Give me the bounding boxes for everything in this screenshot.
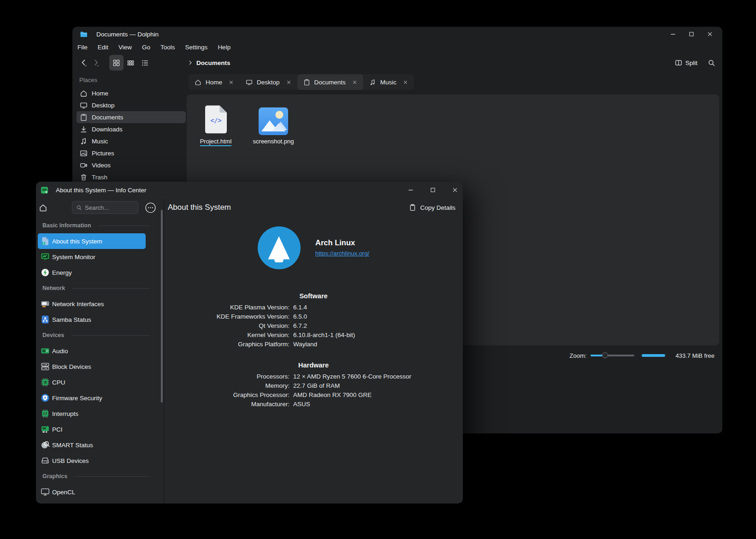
menu-item[interactable]: Settings xyxy=(180,44,213,51)
infocenter-body: Basic Information About this System Sy xyxy=(36,198,463,503)
menu-item[interactable]: File xyxy=(72,44,93,51)
folder-tab[interactable]: Home xyxy=(189,74,240,90)
opencl-icon xyxy=(41,487,50,497)
breadcrumb[interactable]: Documents xyxy=(187,59,230,66)
sidebar-item-label: PCI xyxy=(52,426,63,433)
overflow-menu-button[interactable] xyxy=(145,202,156,213)
sidebar-item-label: Samba Status xyxy=(52,316,91,323)
tab-label: Desktop xyxy=(257,79,280,86)
sidebar-item[interactable]: Interrupts xyxy=(38,406,146,421)
menu-item[interactable]: Go xyxy=(137,44,155,51)
copy-details-button[interactable]: Copy Details xyxy=(409,204,455,211)
info-row: Graphics Processor: AMD Radeon RX 7900 G… xyxy=(164,391,463,400)
close-small-icon[interactable] xyxy=(403,80,408,85)
infocenter-sidebar: Basic Information About this System Sy xyxy=(36,217,164,503)
distro-url-link[interactable]: https://archlinux.org/ xyxy=(315,250,369,257)
menu-item[interactable]: Help xyxy=(213,44,236,51)
place-item[interactable]: Videos xyxy=(77,159,186,171)
pci-icon xyxy=(41,425,50,434)
sidebar-item[interactable]: System Monitor xyxy=(38,249,146,265)
sidebar-item[interactable]: OpenCL xyxy=(38,484,146,500)
dolphin-titlebar[interactable]: Documents — Dolphin xyxy=(72,27,722,41)
details-view-button[interactable] xyxy=(138,55,152,71)
sidebar-item-label: Network Interfaces xyxy=(52,301,104,308)
sidebar-item[interactable]: SMART Status xyxy=(38,437,146,453)
sidebar-item[interactable]: Audio xyxy=(38,343,146,359)
place-item[interactable]: Home xyxy=(77,87,186,99)
file-name: Project.html xyxy=(200,138,232,146)
info-row: KDE Plasma Version: 6.1.4 xyxy=(164,303,463,312)
info-value: 6.10.8-arch1-1 (64-bit) xyxy=(293,331,463,340)
home-nav-button[interactable] xyxy=(39,203,47,212)
maximize-button[interactable] xyxy=(688,31,695,37)
window-maximize-icon xyxy=(688,31,695,37)
back-arrow-icon xyxy=(80,59,88,67)
sidebar-item[interactable]: About this System xyxy=(38,233,146,249)
close-small-icon[interactable] xyxy=(352,80,357,85)
sidebar-item[interactable]: CPU xyxy=(38,374,146,390)
info-label: Manufacturer: xyxy=(164,400,289,409)
sidebar-item-label: OpenCL xyxy=(52,489,75,496)
sidebar-item[interactable]: Block Devices xyxy=(38,359,146,374)
minimize-button[interactable] xyxy=(408,187,414,193)
sidebar-item-label: Graphics xyxy=(42,473,67,480)
search-field[interactable] xyxy=(72,201,138,214)
sidebar-item-label: CPU xyxy=(52,379,65,386)
place-label: Pictures xyxy=(92,150,114,157)
folder-tab[interactable]: Desktop xyxy=(240,74,297,90)
place-label: Downloads xyxy=(92,126,123,133)
forward-button[interactable] xyxy=(90,55,102,70)
back-button[interactable] xyxy=(78,55,90,70)
close-button[interactable] xyxy=(452,187,458,193)
zoom-slider-handle[interactable] xyxy=(602,352,608,358)
breadcrumb-folder[interactable]: Documents xyxy=(196,59,230,66)
sidebar-item[interactable]: Network xyxy=(38,280,150,296)
sidebar-item[interactable]: Firmware Security xyxy=(38,390,146,406)
place-item[interactable]: Documents xyxy=(77,111,186,123)
menu-item[interactable]: Edit xyxy=(93,44,113,51)
sidebar-scrollbar[interactable] xyxy=(161,210,163,403)
compact-view-button[interactable] xyxy=(124,55,138,71)
menu-item[interactable]: Tools xyxy=(155,44,180,51)
infocenter-titlebar[interactable]: About this System — Info Center xyxy=(36,182,463,198)
sidebar-item[interactable]: Network Interfaces xyxy=(38,296,146,312)
place-item[interactable]: Music xyxy=(77,135,186,147)
interrupts-icon xyxy=(41,409,50,418)
split-label: Split xyxy=(685,59,697,66)
place-label: Videos xyxy=(92,162,111,169)
desktop-icon xyxy=(80,101,88,109)
tab-label: Home xyxy=(206,79,222,86)
dolphin-toolbar: Documents Split xyxy=(72,53,722,73)
file-item[interactable]: </> Project.html xyxy=(190,102,241,146)
close-button[interactable] xyxy=(707,31,713,37)
sidebar-item[interactable]: Devices xyxy=(38,327,150,343)
search-button[interactable] xyxy=(708,59,716,67)
tab-label: Music xyxy=(380,79,396,86)
split-button[interactable]: Split xyxy=(675,59,697,66)
close-small-icon[interactable] xyxy=(229,80,234,85)
place-item[interactable]: Desktop xyxy=(77,99,186,111)
place-item[interactable]: Pictures xyxy=(77,147,186,159)
arch-logo-icon xyxy=(265,234,293,262)
sidebar-item[interactable]: Energy xyxy=(38,265,146,280)
folder-tab[interactable]: Music xyxy=(363,74,414,90)
sidebar-item[interactable]: PCI xyxy=(38,421,146,437)
minimize-button[interactable] xyxy=(670,31,676,37)
maximize-button[interactable] xyxy=(430,187,436,193)
sidebar-item[interactable]: Basic Information xyxy=(38,218,150,233)
sidebar-item[interactable]: Graphics xyxy=(38,468,150,484)
menu-item[interactable]: View xyxy=(113,44,137,51)
sidebar-item[interactable]: Samba Status xyxy=(38,312,146,327)
info-label: Qt Version: xyxy=(164,321,289,331)
window-controls xyxy=(408,187,458,193)
close-small-icon[interactable] xyxy=(286,80,291,85)
file-item[interactable]: screenshot.png xyxy=(248,102,299,146)
sidebar-item-label: Block Devices xyxy=(52,363,91,370)
icons-view-button[interactable] xyxy=(109,55,124,71)
folder-tab[interactable]: Documents xyxy=(297,74,363,90)
distro-name: Arch Linux xyxy=(315,238,369,247)
place-item[interactable]: Downloads xyxy=(77,123,186,135)
sidebar-item[interactable]: USB Devices xyxy=(38,453,146,468)
zoom-slider[interactable] xyxy=(591,355,634,356)
search-input[interactable] xyxy=(85,204,134,211)
